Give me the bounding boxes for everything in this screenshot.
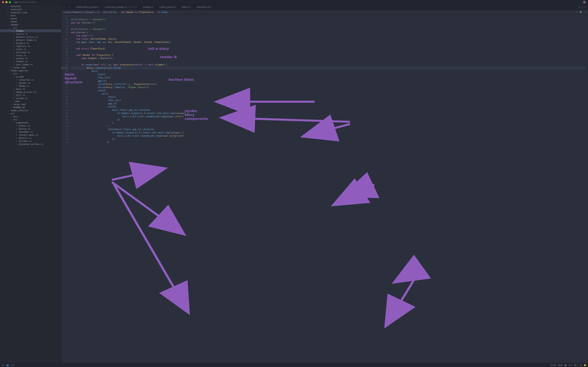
sb-terminal-icon[interactable]: ▣ [564, 364, 566, 366]
code-line[interactable]: }), [71, 118, 585, 121]
gutter-line[interactable]: 67 [61, 118, 69, 121]
gutter-line[interactable]: 44 [61, 44, 69, 47]
tree-row[interactable]: ▾ vscode [0, 75, 61, 78]
maximize-window-icon[interactable] [9, 1, 11, 3]
tree-row[interactable]: ⊙theme_printer.rs [0, 91, 61, 93]
gutter-line[interactable]: 66 [61, 115, 69, 118]
gutter-line[interactable]: 39 [61, 28, 69, 31]
gutter-line[interactable]: 53 [61, 73, 69, 76]
expand-pane-button[interactable]: ⤢ [584, 6, 586, 8]
code-line[interactable]: impl Render for PlayerStory { [71, 53, 585, 57]
tree-row[interactable]: ⊙default_theme.rs [0, 38, 61, 42]
code-action-icon[interactable]: ⚡ [61, 66, 63, 70]
breadcrumb-path[interactable]: crates/theme2/src/players.rs [63, 11, 99, 13]
tab[interactable]: editor.rs [179, 4, 194, 10]
code-line[interactable]: )) [71, 141, 585, 144]
tree-row[interactable]: ⊙vscode.rs [0, 97, 61, 100]
gutter-line[interactable]: 59 [61, 92, 69, 95]
tree-row[interactable]: ▸ theme [0, 20, 61, 23]
tab[interactable]: notifications_panel.rs [73, 4, 102, 10]
user-avatar[interactable]: 👤 [583, 1, 586, 4]
gutter-line[interactable]: ⚡51▾ [61, 66, 69, 70]
branch-name[interactable]: theme-elevation [19, 1, 36, 3]
tree-row[interactable]: ⊙details.rs [0, 136, 61, 140]
gutter-line[interactable]: 49 [61, 60, 69, 63]
code-line[interactable]: .child(Story::title_for::<_, PlayerColor… [71, 83, 585, 86]
code-line[interactable]: div() [71, 70, 585, 73]
code-line[interactable]: #[cfg(feature = "stories")] [71, 28, 585, 31]
tab[interactable]: command_palette.rsto_extract [102, 4, 140, 10]
gutter-line[interactable]: 70 [61, 128, 69, 131]
gutter-line[interactable]: 63 [61, 105, 69, 108]
gutter-line[interactable]: 54 [61, 76, 69, 79]
tree-row[interactable]: ▾ theme2 [0, 23, 61, 26]
code-line[interactable]: cx.theme().players().0.clone().iter_mut(… [71, 131, 585, 134]
gutter-line[interactable]: 73 [61, 137, 69, 141]
code-line[interactable]: div().w_8().h_8().rounded_md().bg(player… [71, 134, 585, 137]
sb-diag-error[interactable]: ⊘ 1 [568, 364, 572, 366]
tree-row[interactable]: ⊙default_colors.rs [0, 35, 61, 38]
code-line[interactable] [71, 60, 585, 63]
sb-settings-icon[interactable]: ⚙ [580, 364, 582, 366]
tree-row[interactable]: ⊙scale.rs [0, 48, 61, 51]
code-line[interactable]: div().flex().gap_1().children( [71, 108, 585, 112]
tree-row[interactable]: ▸ terminal [0, 5, 61, 8]
code-line[interactable]: type Element = Div<Self>; [71, 57, 585, 60]
code-line[interactable]: .flex() [71, 73, 585, 76]
code-line[interactable]: use gpui::{div, img, px, Div, ParentElem… [71, 41, 585, 44]
tab[interactable]: collab_panel.rs [156, 4, 179, 10]
tree-row[interactable]: ▾ src [0, 118, 61, 121]
gutter-line[interactable]: 36 [61, 18, 69, 21]
sb-collab-icon[interactable]: 👥 [6, 364, 9, 366]
tree-row[interactable]: ⊙syntax.rs [0, 57, 61, 60]
gutter-line[interactable]: 56 [61, 83, 69, 86]
code-line[interactable]: use crate::{ActiveTheme, Story}; [71, 37, 585, 41]
tree-row[interactable]: ⊙converter.rs [0, 78, 61, 81]
tree-row[interactable]: ⊙avatar.rs [0, 124, 61, 127]
gutter-line[interactable]: 47 [61, 53, 69, 57]
gutter-line[interactable]: 48 [61, 57, 69, 60]
gutter-line[interactable]: 37 [61, 21, 69, 24]
tree-row[interactable]: ⊙button.rs [0, 127, 61, 130]
tree-row[interactable]: ▸ text2 [0, 17, 61, 20]
minimize-window-icon[interactable] [5, 1, 8, 3]
code-line[interactable]: div().w_8().h_8().rounded_md().bg(player… [71, 115, 585, 118]
gutter-line[interactable]: 57 [61, 86, 69, 89]
gutter-line[interactable]: 69 [61, 125, 69, 128]
code-line[interactable] [71, 15, 585, 18]
sb-branch-icon[interactable]: ⎇ [2, 364, 4, 366]
code-line[interactable]: use super::*; [71, 34, 585, 37]
tree-row[interactable]: ⎆Cargo.toml [0, 66, 61, 69]
cursor-position[interactable]: 51:40 [551, 364, 556, 366]
tree-row[interactable]: ⊙util.rs [0, 93, 61, 97]
tree-row[interactable]: ⎆README.md [0, 106, 61, 109]
tree-row[interactable]: ▾ ui2 [0, 112, 61, 115]
gutter-line[interactable]: 46 [61, 50, 69, 53]
gutter-line[interactable]: 45 [61, 47, 69, 50]
project-panel[interactable]: ▸ terminal▸ terminal2▸ terminal_view▸ te… [0, 4, 61, 363]
tree-row[interactable]: ▸ docs [0, 115, 61, 118]
tree-row[interactable]: ⊙checkbox.rs [0, 130, 61, 133]
tree-row[interactable]: ⊙user_theme.rs [0, 63, 61, 66]
tree-row[interactable]: ⎆Cargo.toml [0, 103, 61, 106]
gutter-line[interactable]: 38 [61, 24, 69, 28]
tree-row[interactable]: ⊙settings.rs [0, 51, 61, 54]
gutter-line[interactable]: 62 [61, 102, 69, 105]
gutter-line[interactable]: 43 [61, 41, 69, 44]
gutter-line[interactable]: 52 [61, 70, 69, 73]
tree-row[interactable]: ▾ src [0, 72, 61, 75]
breadcrumb[interactable]: crates/theme2/src/players.rs › mod stori… [61, 10, 588, 15]
nav-forward-button[interactable]: → [67, 4, 73, 10]
code-line[interactable]: #[cfg(feature = "stories")] [71, 18, 585, 21]
search-icon[interactable]: 🔍 [580, 11, 582, 13]
tab[interactable]: palette.rs [140, 4, 156, 10]
tree-row[interactable]: ⊙elevated_surface.rs [0, 142, 61, 146]
code-line[interactable]: .child( [71, 89, 585, 92]
tree-row[interactable]: ⊙theme.rs [0, 84, 61, 87]
fold-chevron-icon[interactable]: ▾ [67, 66, 68, 70]
tree-row[interactable]: ▸ .idea [0, 100, 61, 103]
nav-back-button[interactable]: ← [61, 4, 67, 10]
code-line[interactable]: .flex() [71, 95, 585, 99]
tree-row[interactable]: ▸ text [0, 14, 61, 17]
gutter-line[interactable]: 71 [61, 131, 69, 134]
